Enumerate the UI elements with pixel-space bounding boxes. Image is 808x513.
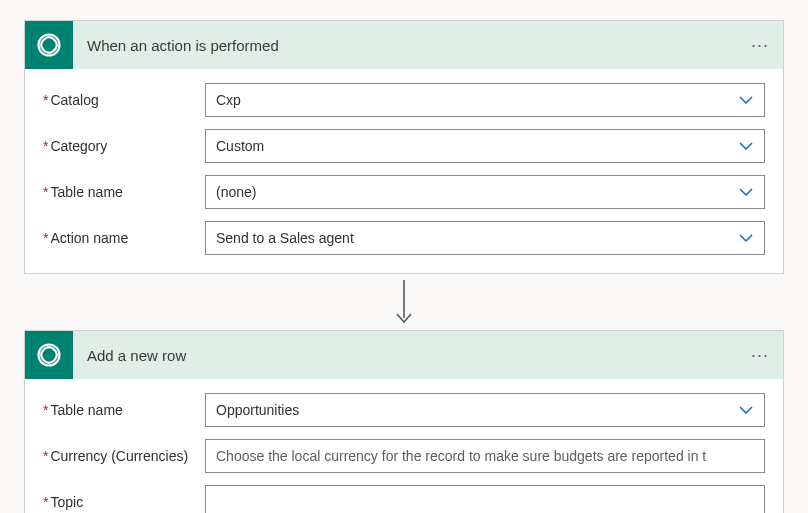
chevron-down-icon	[738, 230, 754, 246]
table-name-value: (none)	[216, 184, 730, 200]
trigger-body: *Catalog Cxp *Category Custom	[25, 69, 783, 273]
currency-placeholder: Choose the local currency for the record…	[216, 448, 754, 464]
action-title: Add a new row	[73, 347, 186, 364]
more-menu-button[interactable]: ···	[751, 36, 769, 54]
catalog-label: *Catalog	[43, 92, 205, 108]
table-name-select[interactable]: (none)	[205, 175, 765, 209]
category-label: *Category	[43, 138, 205, 154]
chevron-down-icon	[738, 138, 754, 154]
category-select[interactable]: Custom	[205, 129, 765, 163]
field-row-action-name: *Action name Send to a Sales agent	[43, 221, 765, 255]
field-row-table-name-2: *Table name Opportunities	[43, 393, 765, 427]
action-name-label: *Action name	[43, 230, 205, 246]
flow-arrow	[24, 274, 784, 330]
catalog-select[interactable]: Cxp	[205, 83, 765, 117]
currency-input[interactable]: Choose the local currency for the record…	[205, 439, 765, 473]
trigger-header[interactable]: When an action is performed ···	[25, 21, 783, 69]
action-card: Add a new row ··· *Table name Opportunit…	[24, 330, 784, 513]
catalog-value: Cxp	[216, 92, 730, 108]
chevron-down-icon	[738, 92, 754, 108]
action-header[interactable]: Add a new row ···	[25, 331, 783, 379]
topic-label: *Topic	[43, 494, 205, 510]
table-name-label-2: *Table name	[43, 402, 205, 418]
flow-canvas: When an action is performed ··· *Catalog…	[0, 0, 808, 513]
field-row-table-name: *Table name (none)	[43, 175, 765, 209]
dataverse-icon	[25, 21, 73, 69]
chevron-down-icon	[738, 184, 754, 200]
action-name-select[interactable]: Send to a Sales agent	[205, 221, 765, 255]
field-row-topic: *Topic	[43, 485, 765, 513]
more-menu-button[interactable]: ···	[751, 346, 769, 364]
table-name-label: *Table name	[43, 184, 205, 200]
currency-label: *Currency (Currencies)	[43, 448, 205, 464]
dataverse-icon	[25, 331, 73, 379]
table-name-value-2: Opportunities	[216, 402, 730, 418]
field-row-catalog: *Catalog Cxp	[43, 83, 765, 117]
category-value: Custom	[216, 138, 730, 154]
action-name-value: Send to a Sales agent	[216, 230, 730, 246]
field-row-currency: *Currency (Currencies) Choose the local …	[43, 439, 765, 473]
table-name-select-2[interactable]: Opportunities	[205, 393, 765, 427]
trigger-card: When an action is performed ··· *Catalog…	[24, 20, 784, 274]
chevron-down-icon	[738, 402, 754, 418]
field-row-category: *Category Custom	[43, 129, 765, 163]
trigger-title: When an action is performed	[73, 37, 279, 54]
topic-input[interactable]	[205, 485, 765, 513]
action-body: *Table name Opportunities *Currency (Cur…	[25, 379, 783, 513]
